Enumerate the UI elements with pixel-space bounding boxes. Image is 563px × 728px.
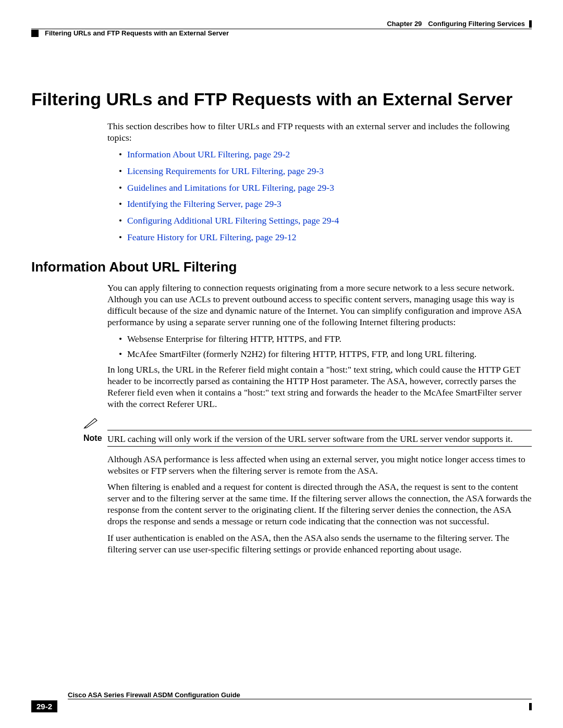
note-pencil-icon — [83, 417, 532, 429]
header-square-icon — [31, 30, 39, 37]
link[interactable]: Feature History for URL Filtering, page … — [127, 232, 297, 242]
intro-paragraph: This section describes how to filter URL… — [107, 121, 532, 144]
list-item: McAfee SmartFilter (formerly N2H2) for f… — [119, 349, 532, 360]
paragraph: Although ASA performance is less affecte… — [107, 454, 532, 477]
list-item: Licensing Requirements for URL Filtering… — [119, 166, 532, 177]
link[interactable]: Identifying the Filtering Server, page 2… — [127, 199, 282, 209]
bullet-text: McAfee SmartFilter (formerly N2H2) for f… — [127, 349, 476, 359]
section-body-continued: Although ASA performance is less affecte… — [107, 454, 532, 556]
list-item: Configuring Additional URL Filtering Set… — [119, 215, 532, 227]
note-rule-top — [107, 430, 532, 430]
breadcrumb: Filtering URLs and FTP Requests with an … — [45, 29, 229, 37]
bullet-detail: In long URLs, the URL in the Referer fie… — [107, 364, 532, 410]
link[interactable]: Guidelines and Limitations for URL Filte… — [127, 182, 334, 193]
paragraph: You can apply filtering to connection re… — [107, 282, 532, 328]
note-label: Note — [83, 434, 107, 445]
note-block: Note URL caching will only work if the v… — [83, 417, 532, 447]
header-bar-icon — [529, 20, 532, 28]
chapter-title: Configuring Filtering Services — [428, 20, 525, 28]
footer-guide-title: Cisco ASA Series Firewall ASDM Configura… — [68, 691, 532, 699]
footer-rule — [68, 699, 532, 699]
section-body: You can apply filtering to connection re… — [107, 282, 532, 410]
document-page: Chapter 29 Configuring Filtering Service… — [0, 0, 563, 728]
list-item: Identifying the Filtering Server, page 2… — [119, 199, 532, 210]
list-item: Websense Enterprise for filtering HTTP, … — [119, 334, 532, 345]
link[interactable]: Information About URL Filtering, page 29… — [127, 149, 290, 159]
link[interactable]: Configuring Additional URL Filtering Set… — [127, 215, 339, 226]
bullet-text: Websense Enterprise for filtering HTTP, … — [127, 334, 341, 344]
header-left: Filtering URLs and FTP Requests with an … — [31, 29, 532, 37]
content-body: This section describes how to filter URL… — [107, 121, 532, 243]
footer: Cisco ASA Series Firewall ASDM Configura… — [31, 691, 532, 712]
list-item: Guidelines and Limitations for URL Filte… — [119, 182, 532, 194]
header-right: Chapter 29 Configuring Filtering Service… — [31, 20, 532, 28]
note-text: URL caching will only work if the versio… — [107, 434, 513, 445]
paragraph: When filtering is enabled and a request … — [107, 482, 532, 527]
link[interactable]: Licensing Requirements for URL Filtering… — [127, 166, 324, 176]
page-title: Filtering URLs and FTP Requests with an … — [31, 89, 532, 109]
section-heading: Information About URL Filtering — [31, 259, 532, 275]
list-item: Information About URL Filtering, page 29… — [119, 149, 532, 161]
paragraph: If user authentication is enabled on the… — [107, 533, 532, 556]
chapter-number: Chapter 29 — [387, 20, 422, 28]
topic-link-list: Information About URL Filtering, page 29… — [119, 149, 532, 243]
page-number-badge: 29-2 — [31, 700, 57, 712]
product-list: Websense Enterprise for filtering HTTP, … — [119, 334, 532, 361]
list-item: Feature History for URL Filtering, page … — [119, 232, 532, 243]
footer-bar-icon — [529, 703, 532, 710]
note-rule-bottom — [107, 446, 532, 447]
